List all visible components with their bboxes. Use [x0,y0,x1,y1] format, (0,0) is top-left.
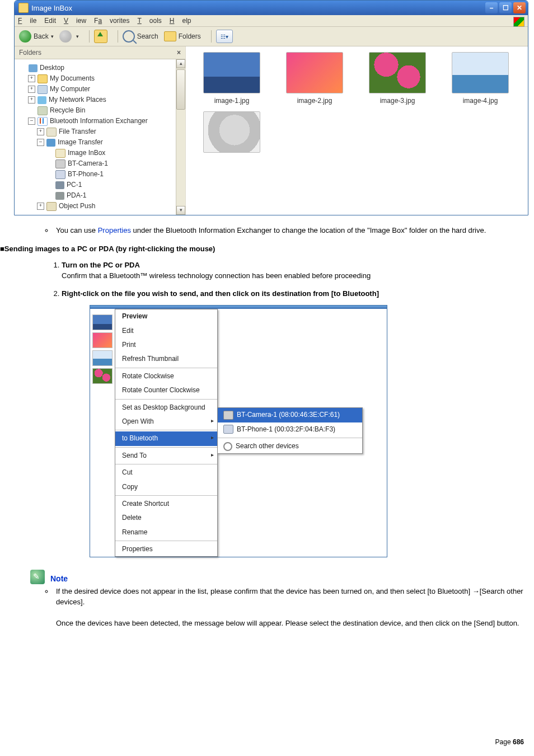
tree-item[interactable]: My Computer [50,84,90,95]
menu-view[interactable]: View [64,17,86,25]
menu-help[interactable]: Help [170,17,191,25]
tree-item[interactable]: My Documents [50,73,95,84]
expand-icon[interactable]: + [28,86,35,93]
tree-item[interactable]: Object Push [59,201,95,212]
menu-item[interactable]: Open With [115,415,217,429]
menu-bar: File Edit View Favorites Tools Help [15,15,528,27]
properties-link[interactable]: Properties [98,226,131,234]
step-body: Confirm that a Bluetooth™ wireless techn… [62,271,526,281]
menu-edit[interactable]: Edit [44,17,56,25]
image-thumb-icon [452,52,509,93]
tree-item[interactable]: BT-Phone-1 [68,169,104,180]
tree-item[interactable]: Bluetooth Information Exchanger [50,116,148,126]
expand-icon[interactable]: + [37,203,44,210]
menu-item[interactable]: Preview [115,309,217,323]
tree-item[interactable]: Recycle Bin [50,105,85,116]
tree-item[interactable]: PDA-1 [67,190,86,201]
back-button[interactable]: Back▾ [19,30,54,43]
tree-item[interactable]: My Network Places [49,95,106,105]
image-thumb-icon [92,332,113,348]
chevron-down-icon: ▾ [76,34,79,39]
thumbnail-label: image-2.jpg [275,97,354,105]
thumbnail-item[interactable] [193,111,271,156]
menu-item[interactable]: Delete [115,511,217,525]
views-button[interactable]: ☷▾ [216,30,233,43]
image-thumb-icon [203,52,260,93]
titlebar[interactable]: Image InBox – ☐ ✕ [15,1,528,15]
bluetooth-submenu[interactable]: BT-Camera-1 (08:00:46:3E:CF:61) BT-Phone… [217,407,363,454]
explorer-window: Image InBox – ☐ ✕ File Edit View Favorit… [14,0,528,215]
menu-item[interactable]: Print [115,338,217,352]
tree-item[interactable]: File Transfer [59,126,96,137]
menu-file[interactable]: File [18,17,36,25]
thumbnail-item[interactable]: image-4.jpg [441,52,519,105]
folders-pane-title: Folders [19,49,41,57]
thumbnail-item[interactable]: image-3.jpg [358,52,437,105]
forward-button[interactable]: ▾ [59,30,79,43]
minimize-button[interactable]: – [485,2,498,13]
note-icon [30,570,45,584]
menu-favorites[interactable]: Favorites [94,17,129,25]
menu-item[interactable]: Rotate Counter Clockwise [115,383,217,397]
folders-pane: Folders × Desktop +My Documents +My Comp… [15,46,186,215]
menu-item[interactable]: Set as Desktop Background [115,401,217,415]
menu-item[interactable]: Send To [115,449,217,463]
menu-item[interactable]: Refresh Thumbnail [115,352,217,366]
network-icon [38,96,46,104]
thumbnail-strip [90,309,115,557]
tree-item[interactable]: BT-Camera-1 [68,158,108,169]
phone-icon [55,170,65,179]
thumbnail-item[interactable]: image-2.jpg [275,52,354,105]
submenu-item[interactable]: Search other devices [218,439,362,453]
thumbnail-item[interactable]: image-1.jpg [193,52,271,105]
image-thumb-icon [92,314,113,330]
close-button[interactable]: ✕ [513,2,526,13]
scroll-thumb[interactable] [176,69,185,110]
maximize-button[interactable]: ☐ [499,2,512,13]
folder-tree[interactable]: Desktop +My Documents +My Computer +My N… [15,59,176,215]
object-push-icon [46,202,57,211]
menu-item[interactable]: Copy [115,480,217,494]
desktop-icon [29,64,38,72]
scrollbar[interactable]: ▴ ▾ [176,59,185,215]
inbox-icon [55,149,65,158]
tree-item[interactable]: Desktop [40,63,64,73]
menu-item-to-bluetooth[interactable]: to Bluetooth [115,431,217,445]
step-title: Right-click on the file you wish to send… [62,289,526,299]
search-icon [123,30,135,43]
menu-item[interactable]: Create Shortcut [115,497,217,511]
thumbnail-label: image-4.jpg [441,97,519,105]
expand-icon[interactable]: + [37,128,44,135]
menu-item[interactable]: Rotate Clockwise [115,369,217,383]
folders-button[interactable]: Folders [164,31,201,41]
thumbnail-label: image-3.jpg [358,97,437,105]
menu-tools[interactable]: Tools [137,17,161,25]
expand-icon[interactable]: + [28,75,35,82]
thumbnail-label: image-1.jpg [193,97,271,105]
menu-item[interactable]: Edit [115,324,217,338]
section-heading: ■Sending images to a PC or PDA (by right… [0,244,526,255]
thumbnail-area[interactable]: image-1.jpg image-2.jpg image-3.jpg imag… [186,46,528,215]
folder-icon [38,74,48,83]
pda-icon [55,192,64,200]
tree-item[interactable]: PC-1 [67,180,82,190]
tree-item[interactable]: Image InBox [68,148,105,158]
collapse-icon[interactable]: – [37,139,44,146]
menu-item[interactable]: Properties [115,542,217,556]
tree-item[interactable]: Image Transfer [58,137,103,148]
scroll-down-icon[interactable]: ▾ [176,206,185,215]
collapse-icon[interactable]: – [28,118,35,125]
submenu-item[interactable]: BT-Camera-1 (08:00:46:3E:CF:61) [218,408,362,422]
menu-item[interactable]: Cut [115,466,217,480]
note-label: Note [50,573,68,584]
menu-item[interactable]: Rename [115,525,217,539]
expand-icon[interactable]: + [28,96,35,104]
recycle-bin-icon [38,106,48,115]
pc-icon [55,181,64,189]
context-menu[interactable]: Preview Edit Print Refresh Thumbnail Rot… [115,309,218,557]
scroll-up-icon[interactable]: ▴ [176,59,185,68]
search-button[interactable]: Search [123,30,158,43]
submenu-item[interactable]: BT-Phone-1 (00:03:2F:04:BA:F3) [218,422,362,436]
up-button[interactable] [94,30,107,43]
close-pane-icon[interactable]: × [177,49,181,57]
